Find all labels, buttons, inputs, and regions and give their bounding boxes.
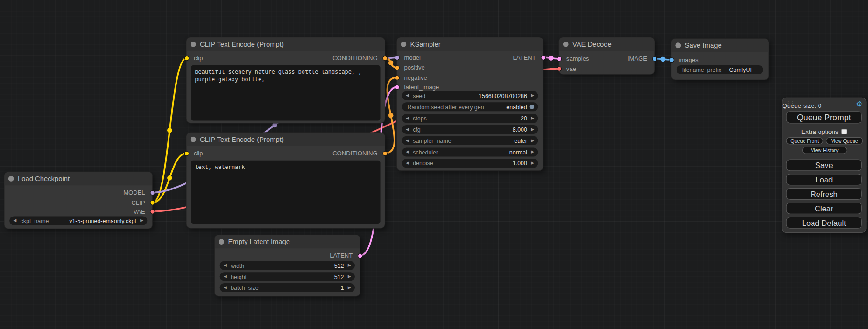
filename-prefix-widget[interactable]: filename_prefix ComfyUI xyxy=(677,65,763,74)
increment-icon[interactable]: ▶ xyxy=(531,161,534,165)
wire-midpoint-dot xyxy=(167,128,172,133)
model-input-port[interactable] xyxy=(395,55,400,60)
negative-prompt-text[interactable]: text, watermark xyxy=(191,161,380,224)
ckpt-name-widget[interactable]: ◀ ckpt_name v1-5-pruned-emaonly.ckpt ▶ xyxy=(9,217,147,225)
positive-input-port[interactable] xyxy=(395,65,400,70)
prev-value-icon[interactable]: ◀ xyxy=(406,150,409,154)
load-default-button[interactable]: Load Default xyxy=(786,217,862,229)
collapse-dot[interactable] xyxy=(191,42,196,47)
save-button[interactable]: Save xyxy=(786,159,862,171)
images-input-port[interactable] xyxy=(669,57,674,63)
decrement-icon[interactable]: ◀ xyxy=(224,286,227,290)
widget-label: cfg xyxy=(413,126,421,133)
queue-prompt-button[interactable]: Queue Prompt xyxy=(786,111,862,123)
collapse-dot[interactable] xyxy=(675,42,681,48)
seed-widget[interactable]: ◀ seed 156680208700286 ▶ xyxy=(402,91,538,100)
image-output-label: IMAGE xyxy=(628,55,647,63)
positive-prompt-text[interactable]: beautiful scenery nature glass bottle la… xyxy=(191,65,380,121)
vae-input-port[interactable] xyxy=(557,66,562,71)
node-clip-text-encode-negative[interactable]: CLIP Text Encode (Prompt) clip CONDITION… xyxy=(187,133,385,228)
collapse-dot[interactable] xyxy=(219,239,224,245)
collapse-dot[interactable] xyxy=(191,137,196,142)
sampler-name-widget[interactable]: ◀ sampler_name euler ▶ xyxy=(402,136,538,145)
random-seed-toggle-widget[interactable]: Random seed after every gen enabled xyxy=(402,102,538,111)
model-output-port[interactable] xyxy=(150,190,155,195)
node-title-bar[interactable]: CLIP Text Encode (Prompt) xyxy=(187,133,385,146)
settings-gear-icon[interactable]: ⚙ xyxy=(856,99,862,108)
widget-label: height xyxy=(231,273,247,280)
node-clip-text-encode-positive[interactable]: CLIP Text Encode (Prompt) clip CONDITION… xyxy=(187,38,385,123)
collapse-dot[interactable] xyxy=(401,42,406,47)
increment-icon[interactable]: ▶ xyxy=(531,116,534,120)
node-title-bar[interactable]: VAE Decode xyxy=(559,38,654,51)
view-queue-button[interactable]: View Queue xyxy=(826,137,863,144)
node-title: Save Image xyxy=(685,42,722,49)
node-load-checkpoint[interactable]: Load Checkpoint MODEL CLIP VAE ◀ ckpt_na… xyxy=(4,172,152,229)
clip-input-port[interactable] xyxy=(184,56,189,61)
node-empty-latent-image[interactable]: Empty Latent Image LATENT ◀ width 512 ▶ … xyxy=(215,235,360,296)
samples-input-port[interactable] xyxy=(557,56,562,61)
negative-input-label: negative xyxy=(404,74,427,82)
node-title-bar[interactable]: Load Checkpoint xyxy=(4,172,152,185)
decrement-icon[interactable]: ◀ xyxy=(406,94,409,98)
scheduler-widget[interactable]: ◀ scheduler normal ▶ xyxy=(402,148,538,157)
width-widget[interactable]: ◀ width 512 ▶ xyxy=(220,261,355,270)
widget-value: 512 xyxy=(334,273,344,280)
height-widget[interactable]: ◀ height 512 ▶ xyxy=(220,272,355,281)
cfg-widget[interactable]: ◀ cfg 8.000 ▶ xyxy=(402,125,538,134)
latent-output-port[interactable] xyxy=(357,253,362,258)
steps-widget[interactable]: ◀ steps 20 ▶ xyxy=(402,114,538,123)
increment-icon[interactable]: ▶ xyxy=(348,264,351,268)
node-title-bar[interactable]: Empty Latent Image xyxy=(215,235,360,248)
prev-value-icon[interactable]: ◀ xyxy=(406,139,409,143)
decrement-icon[interactable]: ◀ xyxy=(406,127,409,132)
decrement-icon[interactable]: ◀ xyxy=(224,264,227,268)
collapse-dot[interactable] xyxy=(563,42,569,47)
positive-input-label: positive xyxy=(404,63,424,71)
node-vae-decode[interactable]: VAE Decode samples IMAGE vae xyxy=(559,38,654,74)
denoise-widget[interactable]: ◀ denoise 1.000 ▶ xyxy=(402,159,538,168)
load-button[interactable]: Load xyxy=(786,174,862,185)
refresh-button[interactable]: Refresh xyxy=(786,188,862,200)
clip-output-port[interactable] xyxy=(150,200,155,205)
latent-image-input-port[interactable] xyxy=(395,84,400,90)
image-output-port[interactable] xyxy=(652,56,657,61)
extra-options-checkbox[interactable] xyxy=(841,129,847,134)
node-graph-canvas[interactable]: Load Checkpoint MODEL CLIP VAE ◀ ckpt_na… xyxy=(0,0,868,329)
conditioning-output-port[interactable] xyxy=(382,151,388,156)
vae-output-port[interactable] xyxy=(150,209,155,214)
collapse-dot[interactable] xyxy=(8,176,14,182)
decrement-icon[interactable]: ◀ xyxy=(406,116,409,120)
next-value-icon[interactable]: ▶ xyxy=(531,150,534,154)
vae-input-label: vae xyxy=(566,65,576,73)
next-value-icon[interactable]: ▶ xyxy=(531,139,534,143)
clear-button[interactable]: Clear xyxy=(786,203,862,214)
increment-icon[interactable]: ▶ xyxy=(531,127,534,132)
prev-value-icon[interactable]: ◀ xyxy=(13,219,16,223)
widget-label: seed xyxy=(413,92,425,99)
node-title-bar[interactable]: Save Image xyxy=(671,39,768,52)
queue-menu-panel[interactable]: ⋮⋮ Queue size: 0 ⚙ Queue Prompt Extra op… xyxy=(782,98,866,233)
node-save-image[interactable]: Save Image images filename_prefix ComfyU… xyxy=(671,39,768,80)
latent-output-port[interactable] xyxy=(541,55,546,60)
increment-icon[interactable]: ▶ xyxy=(531,94,534,98)
queue-panel-header: ⋮⋮ Queue size: 0 ⚙ xyxy=(782,100,866,109)
queue-front-button[interactable]: Queue Front xyxy=(786,137,823,144)
view-history-button[interactable]: View History xyxy=(802,147,847,154)
extra-options-label: Extra options xyxy=(801,128,839,135)
batch-size-widget[interactable]: ◀ batch_size 1 ▶ xyxy=(220,283,355,292)
node-title-bar[interactable]: CLIP Text Encode (Prompt) xyxy=(187,38,385,51)
decrement-icon[interactable]: ◀ xyxy=(406,161,409,165)
node-ksampler[interactable]: KSampler model positive negative latent_… xyxy=(397,38,543,171)
increment-icon[interactable]: ▶ xyxy=(348,286,351,290)
negative-input-port[interactable] xyxy=(395,75,400,80)
images-input-label: images xyxy=(679,56,699,64)
decrement-icon[interactable]: ◀ xyxy=(224,274,227,279)
next-value-icon[interactable]: ▶ xyxy=(140,219,143,223)
increment-icon[interactable]: ▶ xyxy=(348,274,351,279)
toggle-dot[interactable] xyxy=(530,105,534,109)
drag-handle-icon[interactable]: ⋮⋮ xyxy=(785,101,794,107)
clip-input-port[interactable] xyxy=(184,151,189,156)
conditioning-output-port[interactable] xyxy=(382,56,388,61)
node-title-bar[interactable]: KSampler xyxy=(397,38,543,51)
